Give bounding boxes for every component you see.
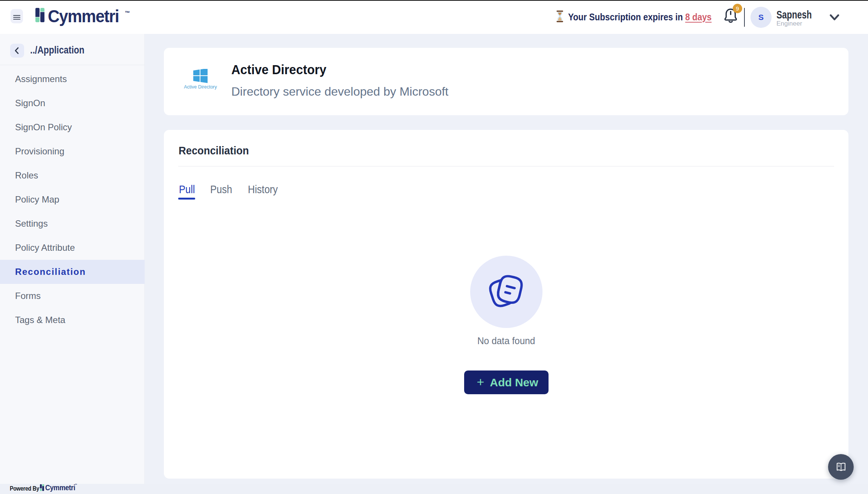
svg-text:Active Directory: Active Directory	[184, 84, 217, 90]
